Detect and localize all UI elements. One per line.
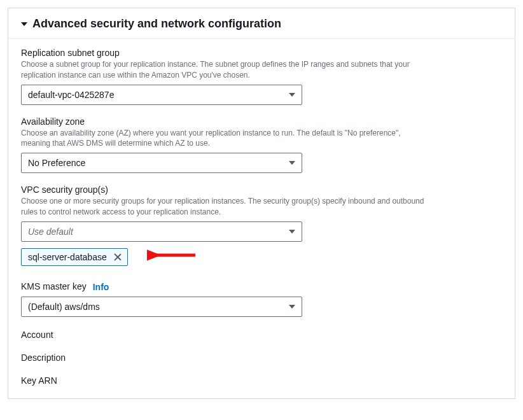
panel-advanced-security: Advanced security and network configurat… — [8, 8, 515, 399]
field-label: Replication subnet group — [21, 48, 502, 58]
field-desc: Choose an availability zone (AZ) where y… — [21, 128, 428, 150]
select-value: (Default) aws/dms — [28, 302, 100, 312]
tag-chip-security-group: sql-server-database — [21, 248, 128, 266]
field-replication-subnet-group: Replication subnet group Choose a subnet… — [21, 48, 502, 105]
tag-chip-label: sql-server-database — [28, 252, 107, 262]
label-account: Account — [21, 330, 502, 340]
field-desc: Choose a subnet group for your replicati… — [21, 59, 428, 81]
field-label: Availability zone — [21, 116, 502, 127]
panel-header[interactable]: Advanced security and network configurat… — [8, 8, 515, 39]
select-value: default-vpc-0425287e — [28, 90, 114, 100]
field-vpc-security-groups: VPC security group(s) Choose one or more… — [21, 185, 502, 266]
field-desc: Choose one or more security groups for y… — [21, 196, 428, 218]
panel-title: Advanced security and network configurat… — [32, 17, 281, 31]
select-value: No Preference — [28, 158, 85, 168]
close-icon[interactable] — [113, 253, 122, 262]
caret-down-icon — [21, 22, 27, 26]
select-placeholder: Use default — [28, 227, 73, 237]
chevron-down-icon — [289, 305, 295, 309]
select-kms-master-key[interactable]: (Default) aws/dms — [21, 297, 302, 317]
label-description: Description — [21, 353, 502, 363]
chevron-down-icon — [289, 93, 295, 97]
label-key-arn: Key ARN — [21, 375, 502, 386]
select-vpc-security-groups[interactable]: Use default — [21, 221, 302, 242]
annotation-arrow-icon — [147, 246, 198, 265]
info-link[interactable]: Info — [93, 282, 109, 292]
field-label: KMS master key — [21, 281, 87, 291]
select-replication-subnet-group[interactable]: default-vpc-0425287e — [21, 85, 302, 105]
field-label: VPC security group(s) — [21, 185, 502, 195]
chevron-down-icon — [289, 230, 295, 234]
select-availability-zone[interactable]: No Preference — [21, 153, 302, 173]
panel-body: Replication subnet group Choose a subnet… — [8, 39, 515, 398]
field-availability-zone: Availability zone Choose an availability… — [21, 116, 502, 174]
field-kms-master-key: KMS master key Info (Default) aws/dms — [21, 281, 502, 317]
chevron-down-icon — [289, 161, 295, 165]
